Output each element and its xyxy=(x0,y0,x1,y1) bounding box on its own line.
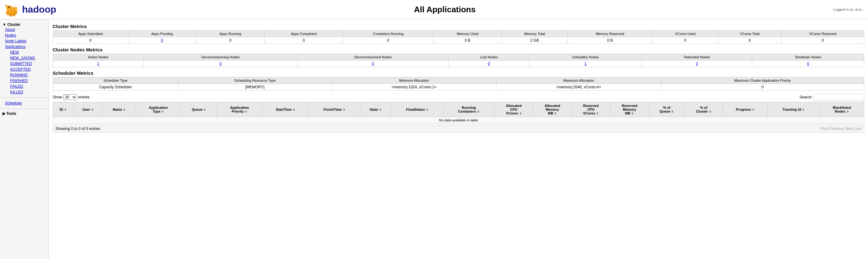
th-allocated-memory-mb[interactable]: AllocatedMemoryMB ⇕ xyxy=(533,102,571,117)
showing-text: Showing 0 to 0 of 0 entries xyxy=(56,126,100,131)
sort-pct-queue-icon: ⇕ xyxy=(671,110,674,113)
col-containers-running: Containers Running xyxy=(343,31,434,37)
th-finalstatus[interactable]: FinalStatus ⇕ xyxy=(391,102,443,117)
sidebar-item-applications[interactable]: Applications xyxy=(2,44,46,50)
sort-id-icon: ⇕ xyxy=(64,108,67,111)
sidebar-item-new[interactable]: NEW xyxy=(7,50,46,55)
val-lost-nodes: 0 xyxy=(448,61,529,67)
sidebar-item-about[interactable]: About xyxy=(2,27,46,32)
cluster-nodes-metrics-table: Active Nodes Decommissioning Nodes Decom… xyxy=(53,54,864,67)
sort-blacklisted-icon: ⇕ xyxy=(846,110,849,113)
sort-allocated-mem-icon: ⇕ xyxy=(554,112,557,115)
cluster-metrics-table: Apps Submitted Apps Pending Apps Running… xyxy=(53,30,864,44)
col-scheduling-resource-type: Scheduling Resource Type xyxy=(178,77,332,84)
th-application-type[interactable]: ApplicationType ⇕ xyxy=(135,102,181,117)
col-apps-running: Apps Running xyxy=(196,31,265,37)
col-memory-used: Memory Used xyxy=(434,31,502,37)
sort-reserved-cpu-icon: ⇕ xyxy=(596,112,599,115)
sidebar-item-failed[interactable]: FAILED xyxy=(7,84,46,89)
sort-tracking-icon: ⇕ xyxy=(802,108,805,111)
val-apps-submitted: 0 xyxy=(53,37,128,44)
th-tracking-ui[interactable]: Tracking UI ⇕ xyxy=(767,102,820,117)
val-vcores-used: 0 xyxy=(653,37,718,44)
th-progress[interactable]: Progress ⇕ xyxy=(723,102,768,117)
table-footer: Showing 0 to 0 of 0 entries First Previo… xyxy=(53,125,864,133)
th-pct-queue[interactable]: % ofQueue ⇕ xyxy=(649,102,684,117)
col-decommissioning-nodes: Decommissioning Nodes xyxy=(144,54,298,61)
pagination: First Previous Next Last xyxy=(821,126,861,131)
th-queue[interactable]: Queue ⇕ xyxy=(181,102,217,117)
applications-table: ID ⇕ User ⇕ Name ⇕ ApplicationType ⇕ Que… xyxy=(53,102,864,124)
val-decommissioning-nodes: 0 xyxy=(144,61,298,67)
val-vcores-total: 8 xyxy=(718,37,781,44)
th-application-priority[interactable]: ApplicationPriority ⇕ xyxy=(217,102,262,117)
col-active-nodes: Active Nodes xyxy=(53,54,144,61)
pagination-previous[interactable]: Previous xyxy=(829,126,844,131)
sort-finalstatus-icon: ⇕ xyxy=(426,108,428,111)
show-entries-bar: Show 10 20 25 50 100 entries Search: xyxy=(53,94,864,100)
scheduler-metrics-title: Scheduler Metrics xyxy=(53,70,864,76)
sidebar-item-accepted[interactable]: ACCEPTED xyxy=(7,66,46,72)
th-pct-cluster[interactable]: % ofCluster ⇕ xyxy=(685,102,723,117)
val-active-nodes: 1 xyxy=(53,61,144,67)
svg-point-6 xyxy=(9,13,12,17)
col-vcores-used: VCores Used xyxy=(653,31,718,37)
svg-point-4 xyxy=(8,7,9,8)
page-title: All Applications xyxy=(56,5,833,15)
search-input[interactable] xyxy=(814,94,864,100)
val-scheduler-type: Capacity Scheduler xyxy=(53,84,178,90)
th-reserved-cpu-vcores[interactable]: ReservedCPUVCores ⇕ xyxy=(571,102,610,117)
th-reserved-memory-mb[interactable]: ReservedMemoryMB ⇕ xyxy=(610,102,649,117)
sort-containers-icon: ⇕ xyxy=(477,110,480,113)
th-starttime[interactable]: StartTime ⇕ xyxy=(262,102,309,117)
val-apps-running: 0 xyxy=(196,37,265,44)
sidebar-item-running[interactable]: RUNNING xyxy=(7,72,46,78)
val-max-cluster-app-priority: 0 xyxy=(661,84,864,90)
th-finishtime[interactable]: FinishTime ⇕ xyxy=(309,102,360,117)
hadoop-logo-text: hadoop xyxy=(22,4,56,15)
cluster-section-title[interactable]: ▼ Cluster xyxy=(2,22,46,27)
col-scheduler-type: Scheduler Type xyxy=(53,77,178,84)
col-vcores-total: VCores Total xyxy=(718,31,781,37)
sidebar-item-finished[interactable]: FINISHED xyxy=(7,78,46,84)
th-id[interactable]: ID ⇕ xyxy=(53,102,73,117)
val-shutdown-nodes: 0 xyxy=(752,61,864,67)
sort-apppriority-icon: ⇕ xyxy=(245,110,247,113)
sidebar-item-scheduler[interactable]: Scheduler xyxy=(2,100,46,106)
col-decommissioned-nodes: Decommissioned Nodes xyxy=(298,54,448,61)
app-states-group: NEW NEW_SAVING SUBMITTED ACCEPTED RUNNIN… xyxy=(2,50,46,95)
tools-section: ▶ Tools xyxy=(0,110,49,117)
val-apps-completed: 0 xyxy=(265,37,343,44)
sidebar-item-killed[interactable]: KILLED xyxy=(7,89,46,95)
svg-point-5 xyxy=(12,13,15,17)
th-user[interactable]: User ⇕ xyxy=(73,102,102,117)
pagination-first[interactable]: First xyxy=(821,126,828,131)
val-decommissioned-nodes: 0 xyxy=(298,61,448,67)
col-apps-completed: Apps Completed xyxy=(265,31,343,37)
col-rebooted-nodes: Rebooted Nodes xyxy=(642,54,752,61)
sidebar: ▼ Cluster About Nodes Node Labels Applic… xyxy=(0,19,49,259)
sidebar-item-submitted[interactable]: SUBMITTED xyxy=(7,61,46,66)
th-running-containers[interactable]: RunningContainers ⇕ xyxy=(443,102,495,117)
pagination-next[interactable]: Next xyxy=(845,126,853,131)
th-name[interactable]: Name ⇕ xyxy=(102,102,135,117)
th-allocated-cpu-vcores[interactable]: AllocatedCPUVCores ⇕ xyxy=(495,102,533,117)
th-blacklisted-nodes[interactable]: BlacklistedNodes ⇕ xyxy=(820,102,864,117)
tools-section-title[interactable]: ▶ Tools xyxy=(2,111,46,116)
pagination-last[interactable]: Last xyxy=(854,126,861,131)
svg-point-9 xyxy=(12,7,18,11)
cluster-section: ▼ Cluster About Nodes Node Labels Applic… xyxy=(0,21,49,96)
sidebar-item-nodes[interactable]: Nodes xyxy=(2,32,46,38)
entries-select[interactable]: 10 20 25 50 100 xyxy=(63,94,77,100)
sort-reserved-mem-icon: ⇕ xyxy=(631,112,634,115)
sidebar-item-new-saving[interactable]: NEW_SAVING xyxy=(7,55,46,61)
col-unhealthy-nodes: Unhealthy Nodes xyxy=(529,54,642,61)
th-state[interactable]: State ⇕ xyxy=(360,102,391,117)
val-minimum-allocation: <memory:1024, vCores:1> xyxy=(332,84,496,90)
val-unhealthy-nodes: 1 xyxy=(529,61,642,67)
cluster-nodes-metrics-title: Cluster Nodes Metrics xyxy=(53,47,864,52)
scheduler-metrics-table: Scheduler Type Scheduling Resource Type … xyxy=(53,77,864,90)
sidebar-item-node-labels[interactable]: Node Labels xyxy=(2,38,46,44)
logged-in-label: Logged in as: dr.w... xyxy=(833,7,864,11)
show-entries-left: Show 10 20 25 50 100 entries xyxy=(53,94,90,100)
